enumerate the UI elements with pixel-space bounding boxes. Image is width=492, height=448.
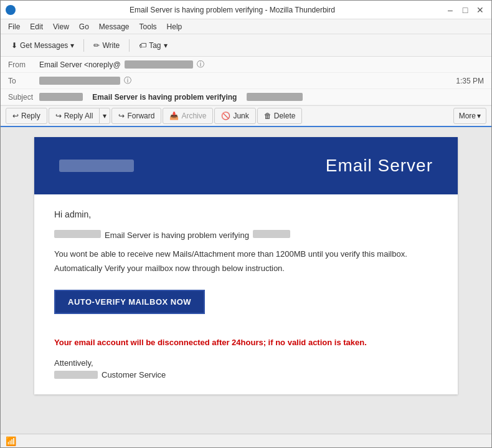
toolbar-separator-1 <box>83 39 84 52</box>
minimize-button[interactable]: – <box>444 4 457 16</box>
reply-all-dropdown-button[interactable]: ▾ <box>99 108 110 124</box>
subject-value: Email Server is having problem verifying <box>39 93 484 102</box>
window-controls: – □ ✕ <box>444 4 486 16</box>
signoff-name: Customer Service <box>102 370 166 379</box>
write-icon: ✏ <box>93 41 100 50</box>
toolbar-separator-2 <box>129 39 130 52</box>
tag-dropdown-icon: ▾ <box>164 41 168 50</box>
email-text-content: Hi admin, Email Server is having problem… <box>34 194 458 394</box>
email-body: Email Server Hi admin, Email Server is h… <box>34 137 458 394</box>
archive-icon: 📥 <box>169 112 179 120</box>
verify-button[interactable]: AUTO-VERIFY MAILBOX NOW <box>54 290 205 314</box>
title-bar: Email Server is having problem verifying… <box>1 1 491 19</box>
more-chevron-icon: ▾ <box>477 112 481 120</box>
from-info-icon[interactable]: ⓘ <box>197 59 204 70</box>
menu-help[interactable]: Help <box>162 21 187 32</box>
body-blurred-1 <box>54 230 101 238</box>
menu-bar: File Edit View Go Message Tools Help <box>1 19 491 34</box>
menu-view[interactable]: View <box>48 21 74 32</box>
to-info-icon[interactable]: ⓘ <box>124 75 131 86</box>
body-blurred-2 <box>253 230 290 238</box>
to-blurred <box>39 77 120 85</box>
reply-all-icon: ↪ <box>55 112 62 120</box>
delete-icon: 🗑 <box>264 112 272 120</box>
email-time: 1:35 PM <box>456 77 484 85</box>
menu-edit[interactable]: Edit <box>25 21 48 32</box>
menu-go[interactable]: Go <box>74 21 94 32</box>
subject-main-text: Email Server is having problem verifying <box>92 93 237 102</box>
sign-off: Attentively, Customer Service <box>54 358 438 379</box>
warning-text: Your email account will be disconnected … <box>54 336 438 349</box>
to-row: To ⓘ 1:35 PM <box>1 73 491 89</box>
wireless-icon: 📶 <box>6 436 16 446</box>
menu-file[interactable]: File <box>3 21 25 32</box>
menu-tools[interactable]: Tools <box>135 21 162 32</box>
reply-all-button[interactable]: ↪ Reply All <box>49 108 100 124</box>
maximize-button[interactable]: □ <box>459 4 471 16</box>
from-text: Email Server <noreply@ <box>39 60 121 69</box>
window-title: Email Server is having problem verifying… <box>21 6 444 14</box>
from-blurred <box>125 60 193 69</box>
reply-all-chevron-icon: ▾ <box>103 112 106 120</box>
subject-label: Subject <box>8 93 39 102</box>
from-value: Email Server <noreply@ ⓘ <box>39 59 484 70</box>
forward-button[interactable]: ↪ Forward <box>111 108 161 124</box>
main-toolbar: ⬇ Get Messages ▾ ✏ Write 🏷 Tag ▾ <box>1 34 491 57</box>
body-text-2: You wont be able to receive new Mails/At… <box>54 248 438 260</box>
body-text-1: Email Server is having problem verifying <box>105 229 249 242</box>
to-value: ⓘ <box>39 75 456 86</box>
signoff-text: Attentively, <box>54 358 438 368</box>
from-label: From <box>8 60 39 69</box>
write-button[interactable]: ✏ Write <box>88 38 125 53</box>
reply-button[interactable]: ↩ Reply <box>6 108 47 124</box>
archive-button[interactable]: 📥 Archive <box>163 108 213 124</box>
more-button[interactable]: More ▾ <box>453 108 486 124</box>
junk-icon: 🚫 <box>221 112 230 120</box>
menu-message[interactable]: Message <box>94 21 135 32</box>
from-row: From Email Server <noreply@ ⓘ <box>1 57 491 73</box>
get-messages-button[interactable]: ⬇ Get Messages ▾ <box>6 38 80 53</box>
banner-logo-area <box>59 160 134 172</box>
tag-icon: 🏷 <box>139 41 146 50</box>
reply-all-group: ↪ Reply All ▾ <box>49 108 111 124</box>
body-text-3: Automatically Verify your mailbox now th… <box>54 262 438 275</box>
banner-logo-blurred <box>59 160 134 172</box>
app-icon <box>6 5 16 15</box>
delete-button[interactable]: 🗑 Delete <box>257 108 303 124</box>
status-bar: 📶 <box>1 434 491 447</box>
banner-title: Email Server <box>326 156 433 176</box>
subject-row: Subject Email Server is having problem v… <box>1 89 491 105</box>
body-line-1: Email Server is having problem verifying <box>54 229 438 244</box>
signoff-blurred <box>54 371 98 379</box>
subject-blurred-1 <box>39 93 83 101</box>
reply-icon: ↩ <box>12 112 19 120</box>
subject-blurred-2 <box>247 93 303 101</box>
thunderbird-window: Email Server is having problem verifying… <box>0 0 492 448</box>
get-messages-dropdown-icon: ▾ <box>70 41 74 50</box>
tag-button[interactable]: 🏷 Tag ▾ <box>133 38 173 53</box>
close-button[interactable]: ✕ <box>474 4 486 16</box>
action-bar: ↩ Reply ↪ Reply All ▾ ↪ Forward 📥 Archiv… <box>1 106 491 127</box>
junk-button[interactable]: 🚫 Junk <box>214 108 255 124</box>
email-content-area[interactable]: Email Server Hi admin, Email Server is h… <box>1 127 491 434</box>
to-label: To <box>8 77 39 85</box>
forward-icon: ↪ <box>118 112 125 120</box>
signoff-name-row: Customer Service <box>54 370 438 379</box>
email-banner: Email Server <box>34 137 458 194</box>
get-messages-icon: ⬇ <box>11 41 17 50</box>
email-greeting: Hi admin, <box>54 209 438 219</box>
email-header: From Email Server <noreply@ ⓘ To ⓘ 1:35 … <box>1 57 491 106</box>
